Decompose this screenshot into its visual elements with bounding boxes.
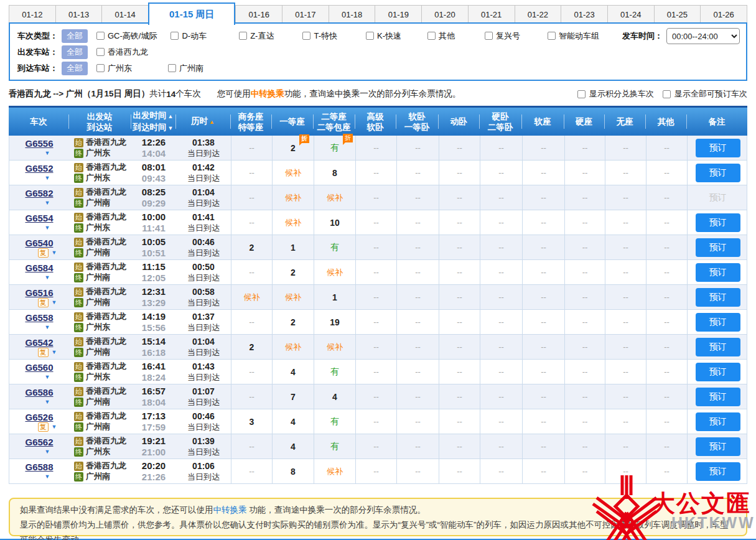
origin-tag-icon: 始 <box>74 238 83 247</box>
checkbox-icon[interactable] <box>427 32 436 40</box>
book-button[interactable]: 预订 <box>696 338 740 356</box>
date-tab-01-20[interactable]: 01-20 <box>421 5 468 24</box>
train-number-link[interactable]: G6560 <box>25 363 53 373</box>
checkbox-icon[interactable] <box>485 32 493 40</box>
checkbox-icon[interactable] <box>239 32 247 40</box>
arrive-station-options: 广州东广州南 <box>96 63 203 75</box>
train-number-link[interactable]: G6516 <box>25 288 53 298</box>
expand-caret-icon[interactable]: ▼ <box>45 473 50 480</box>
train-type-option-5[interactable]: 其他 <box>427 30 455 42</box>
sort-up-icon[interactable]: ▲ <box>209 119 215 125</box>
transfer-link[interactable]: 中转换乘 <box>251 89 284 98</box>
expand-caret-icon[interactable]: ▼ <box>45 399 50 405</box>
train-type-option-1[interactable]: D-动车 <box>170 30 207 42</box>
train-number-link[interactable]: G6582 <box>25 189 53 198</box>
book-button[interactable]: 预订 <box>696 263 740 282</box>
book-button[interactable]: 预订 <box>696 213 740 232</box>
expand-caret-icon[interactable]: ▼ <box>52 249 57 256</box>
train-number-link[interactable]: G6552 <box>25 164 53 174</box>
train-type-all-badge[interactable]: 全部 <box>62 29 88 43</box>
expand-caret-icon[interactable]: ▼ <box>52 349 57 355</box>
train-number-link[interactable]: G6556 <box>25 139 53 149</box>
seat-availability: -- <box>664 417 670 426</box>
depart-station-all-badge[interactable]: 全部 <box>62 45 88 59</box>
book-button[interactable]: 预订 <box>696 388 740 406</box>
date-tab-01-15[interactable]: 01-15 周日 <box>148 2 235 25</box>
checkbox-icon[interactable] <box>663 90 671 98</box>
train-number-link[interactable]: G6542 <box>25 338 53 348</box>
expand-caret-icon[interactable]: ▼ <box>45 324 50 330</box>
checkbox-icon[interactable] <box>577 90 586 98</box>
date-tab-01-18[interactable]: 01-18 <box>329 5 375 24</box>
book-button[interactable]: 预订 <box>696 437 740 456</box>
date-tab-01-17[interactable]: 01-17 <box>282 5 329 24</box>
destination-station: 终广州南 <box>74 472 110 482</box>
moving-sleeper-cell: -- <box>439 260 480 284</box>
expand-caret-icon[interactable]: ▼ <box>45 200 50 206</box>
checkbox-icon[interactable] <box>96 64 105 72</box>
expand-caret-icon[interactable]: ▼ <box>52 299 57 305</box>
train-type-option-7[interactable]: 智能动车组 <box>548 30 599 42</box>
seat-availability: -- <box>415 243 421 252</box>
date-tab-01-14[interactable]: 01-14 <box>101 5 148 24</box>
date-tab-01-22[interactable]: 01-22 <box>515 5 561 24</box>
train-type-option-6[interactable]: 复兴号 <box>485 30 520 42</box>
book-button[interactable]: 预订 <box>696 313 740 332</box>
train-number-link[interactable]: G6562 <box>25 437 53 447</box>
sort-up-icon[interactable]: ▲ <box>168 113 174 119</box>
arrive-day-note: 当日到达 <box>187 422 220 432</box>
book-button[interactable]: 预订 <box>696 412 740 431</box>
points-exchange-checkbox[interactable]: 显示积分兑换车次 <box>577 88 654 100</box>
book-button[interactable]: 预订 <box>696 288 740 307</box>
checkbox-icon[interactable] <box>168 64 176 72</box>
train-type-option-3[interactable]: T-特快 <box>302 30 337 42</box>
date-tab-01-21[interactable]: 01-21 <box>468 5 515 24</box>
train-number-link[interactable]: G6554 <box>25 213 53 223</box>
checkbox-icon[interactable] <box>366 32 374 40</box>
date-tab-01-24[interactable]: 01-24 <box>607 5 654 24</box>
all-bookable-checkbox[interactable]: 显示全部可预订车次 <box>663 88 747 100</box>
train-type-option-2[interactable]: Z-直达 <box>239 30 274 42</box>
arrive-station-all-badge[interactable]: 全部 <box>62 62 88 75</box>
expand-caret-icon[interactable]: ▼ <box>45 449 50 455</box>
train-number-link[interactable]: G6588 <box>25 462 53 472</box>
train-type-option-4[interactable]: K-快速 <box>366 30 401 42</box>
expand-caret-icon[interactable]: ▼ <box>45 225 50 231</box>
expand-caret-icon[interactable]: ▼ <box>45 274 50 281</box>
date-tab-01-19[interactable]: 01-19 <box>375 5 421 24</box>
book-button[interactable]: 预订 <box>696 164 740 182</box>
date-tab-01-16[interactable]: 01-16 <box>235 5 282 24</box>
train-number-link[interactable]: G6584 <box>25 263 53 273</box>
book-button[interactable]: 预订 <box>696 139 740 157</box>
train-number-link[interactable]: G6586 <box>25 388 53 398</box>
expand-caret-icon[interactable]: ▼ <box>45 374 50 380</box>
book-button[interactable]: 预订 <box>696 462 740 481</box>
expand-caret-icon[interactable]: ▼ <box>45 175 50 181</box>
date-tab-01-23[interactable]: 01-23 <box>561 5 607 24</box>
arrive-station-option-0[interactable]: 广州东 <box>96 63 132 74</box>
depart-station-option-0[interactable]: 香港西九龙 <box>96 47 148 58</box>
train-type-option-0[interactable]: GC-高铁/城际 <box>96 30 157 42</box>
arrive-station-option-1[interactable]: 广州南 <box>168 63 203 74</box>
expand-caret-icon[interactable]: ▼ <box>52 424 57 430</box>
train-number-link[interactable]: G6526 <box>25 412 53 422</box>
column-header-2[interactable]: 出发时间▲到达时间▼ <box>131 108 175 136</box>
expand-caret-icon[interactable]: ▼ <box>45 150 50 156</box>
checkbox-icon[interactable] <box>96 32 105 40</box>
book-button[interactable]: 预订 <box>696 363 740 381</box>
date-tab-01-25[interactable]: 01-25 <box>654 5 701 24</box>
transfer-link-2[interactable]: 中转换乘 <box>213 505 247 514</box>
checkbox-icon[interactable] <box>548 32 556 40</box>
column-header-3[interactable]: 历时▲ <box>175 108 230 136</box>
sort-down-icon[interactable]: ▼ <box>168 125 174 131</box>
depart-time-select[interactable]: 00:00--24:00 <box>666 28 740 44</box>
train-number-link[interactable]: G6558 <box>25 313 53 323</box>
date-tab-01-13[interactable]: 01-13 <box>55 5 102 24</box>
train-number-link[interactable]: G6540 <box>25 238 53 248</box>
checkbox-icon[interactable] <box>96 48 105 56</box>
checkbox-icon[interactable] <box>302 32 310 40</box>
book-button[interactable]: 预订 <box>696 238 740 257</box>
date-tab-01-26[interactable]: 01-26 <box>700 5 747 24</box>
checkbox-icon[interactable] <box>170 32 179 40</box>
date-tab-01-12[interactable]: 01-12 <box>9 5 55 24</box>
